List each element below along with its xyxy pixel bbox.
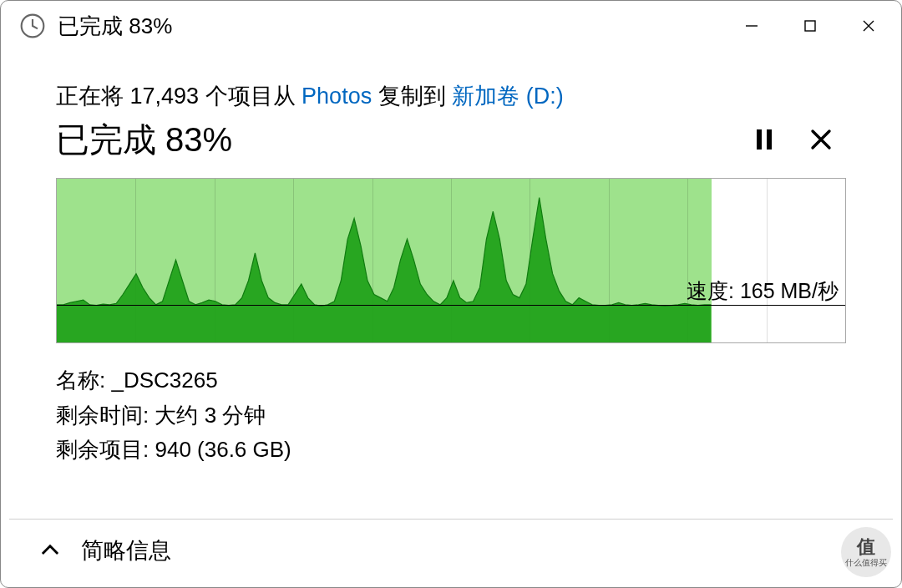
svg-rect-3 bbox=[767, 129, 772, 150]
maximize-button[interactable] bbox=[781, 6, 839, 46]
chevron-up-icon bbox=[39, 540, 61, 561]
time-label: 剩余时间: bbox=[56, 403, 149, 428]
baseline bbox=[57, 305, 845, 306]
window-title: 已完成 83% bbox=[58, 12, 172, 41]
speed-chart: 速度: 165 MB/秒 bbox=[56, 178, 846, 343]
items-label: 剩余项目: bbox=[56, 437, 149, 462]
watermark-caption: 什么值得买 bbox=[845, 558, 887, 567]
cancel-button[interactable] bbox=[796, 116, 846, 163]
progress-clock-icon bbox=[19, 13, 46, 39]
svg-rect-1 bbox=[805, 21, 815, 31]
name-value: _DSC3265 bbox=[111, 368, 217, 393]
copy-description: 正在将 17,493 个项目从 Photos 复制到 新加卷 (D:) bbox=[56, 81, 846, 111]
watermark-badge: 值 什么值得买 bbox=[841, 527, 891, 577]
svg-rect-2 bbox=[757, 129, 762, 150]
destination-link[interactable]: 新加卷 (D:) bbox=[452, 84, 563, 109]
detail-items-remaining: 剩余项目: 940 (36.6 GB) bbox=[56, 433, 846, 468]
speed-curve bbox=[57, 179, 845, 342]
detail-name: 名称: _DSC3265 bbox=[56, 363, 846, 398]
copy-prefix: 正在将 17,493 个项目从 bbox=[56, 84, 302, 109]
name-label: 名称: bbox=[56, 368, 105, 393]
speed-label-text: 速度: bbox=[687, 279, 734, 302]
minimize-button[interactable] bbox=[722, 6, 781, 46]
details-block: 名称: _DSC3265 剩余时间: 大约 3 分钟 剩余项目: 940 (36… bbox=[56, 363, 846, 468]
speed-readout: 速度: 165 MB/秒 bbox=[687, 277, 839, 305]
details-toggle-label: 简略信息 bbox=[81, 535, 171, 565]
time-value: 大约 3 分钟 bbox=[155, 403, 266, 428]
progress-status: 已完成 83% bbox=[56, 117, 232, 163]
file-copy-dialog: 已完成 83% 正在将 17,493 个项目从 Photos 复制到 新加卷 (… bbox=[0, 0, 902, 588]
titlebar: 已完成 83% bbox=[1, 1, 901, 51]
detail-time-remaining: 剩余时间: 大约 3 分钟 bbox=[56, 398, 846, 433]
divider bbox=[9, 519, 893, 520]
source-link[interactable]: Photos bbox=[302, 84, 372, 109]
items-value: 940 (36.6 GB) bbox=[155, 437, 291, 462]
copy-mid: 复制到 bbox=[372, 84, 452, 109]
pause-button[interactable] bbox=[739, 116, 789, 163]
watermark-glyph: 值 bbox=[857, 537, 875, 557]
close-window-button[interactable] bbox=[839, 6, 898, 46]
details-toggle-row[interactable]: 简略信息 bbox=[1, 519, 901, 587]
speed-value: 165 MB/秒 bbox=[740, 279, 839, 302]
